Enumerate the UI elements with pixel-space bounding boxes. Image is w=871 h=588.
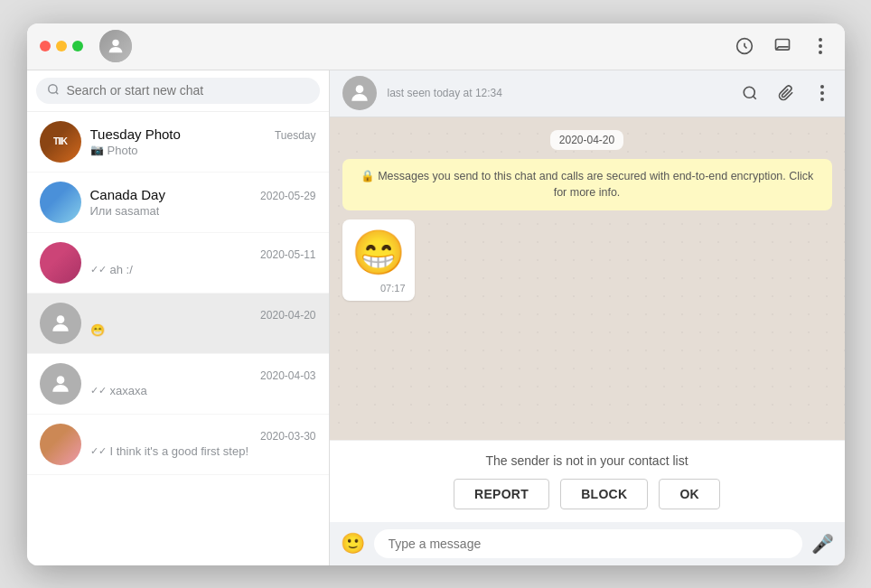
chat-panel: last seen today at 12:34 2020-04-20 — [330, 70, 845, 565]
avatar — [40, 242, 81, 284]
avatar — [40, 182, 81, 223]
chat-info: 2020-04-20 😁 — [90, 309, 316, 337]
chat-name: Canada Day — [90, 187, 165, 202]
avatar-placeholder — [40, 363, 81, 405]
search-input[interactable] — [67, 83, 309, 98]
svg-point-14 — [820, 91, 824, 95]
svg-point-13 — [820, 85, 824, 89]
search-chat-icon[interactable] — [740, 83, 760, 103]
avatar-image — [40, 182, 81, 223]
chat-menu-icon[interactable] — [812, 83, 832, 103]
double-check-icon: ✓✓ — [90, 445, 107, 457]
message-emoji: 😁 — [351, 227, 406, 279]
svg-point-0 — [112, 40, 118, 46]
chat-preview-text: xaxaxa — [110, 384, 147, 397]
close-button[interactable] — [40, 41, 51, 51]
chat-header-avatar — [342, 76, 377, 110]
report-button[interactable]: REPORT — [454, 479, 549, 509]
chat-header-icons — [740, 83, 832, 103]
chat-info: 2020-05-11 ✓✓ ah :/ — [90, 248, 316, 276]
avatar-placeholder — [40, 303, 81, 344]
chat-name: Tuesday Photo — [90, 126, 181, 142]
chat-item[interactable]: 2020-05-11 ✓✓ ah :/ — [27, 233, 329, 294]
chat-body: 2020-04-20 🔒 Messages you send to this c… — [330, 117, 845, 440]
chat-header-status: last seen today at 12:34 — [388, 87, 729, 99]
chat-preview-text: ah :/ — [110, 263, 133, 276]
avatar — [40, 424, 81, 465]
chat-header: last seen today at 12:34 — [330, 70, 845, 117]
svg-line-7 — [55, 91, 58, 94]
chat-info: 2020-04-03 ✓✓ xaxaxa — [90, 369, 316, 397]
svg-point-5 — [819, 51, 822, 54]
search-container[interactable] — [36, 78, 320, 104]
chat-item[interactable]: Canada Day 2020-05-29 Или sasamat — [27, 173, 329, 233]
chat-list: TIIK Tuesday Photo Tuesday 📷 Photo — [27, 112, 329, 565]
avatar — [40, 363, 81, 405]
contact-notice: The sender is not in your contact list R… — [330, 440, 845, 522]
new-chat-icon[interactable] — [773, 36, 792, 56]
main-content: TIIK Tuesday Photo Tuesday 📷 Photo — [27, 70, 845, 565]
chat-time: 2020-03-30 — [260, 430, 315, 443]
chat-time: 2020-05-29 — [260, 190, 315, 202]
double-check-icon: ✓✓ — [90, 264, 107, 275]
chat-header-info: last seen today at 12:34 — [388, 87, 729, 99]
chat-item[interactable]: TIIK Tuesday Photo Tuesday 📷 Photo — [27, 112, 329, 173]
maximize-button[interactable] — [72, 41, 83, 51]
titlebar-icons — [735, 36, 845, 56]
double-check-icon: ✓✓ — [90, 385, 107, 397]
chat-info: Tuesday Photo Tuesday 📷 Photo — [90, 126, 316, 157]
mic-button[interactable]: 🎤 — [811, 533, 834, 555]
avatar-image — [40, 424, 81, 465]
chat-preview-text: 😁 — [90, 323, 105, 337]
message-input[interactable] — [374, 529, 802, 558]
chat-preview-text: Photo — [108, 144, 138, 157]
svg-point-3 — [819, 38, 822, 42]
chat-item[interactable]: 2020-04-03 ✓✓ xaxaxa — [27, 354, 329, 415]
block-button[interactable]: BLOCK — [560, 479, 648, 509]
main-window: TIIK Tuesday Photo Tuesday 📷 Photo — [27, 23, 845, 565]
avatar: TIIK — [40, 121, 81, 163]
avatar-image — [40, 242, 81, 284]
chat-preview-text: I think it's a good first step! — [110, 444, 249, 458]
message-time: 07:17 — [351, 283, 406, 294]
photo-icon: 📷 — [90, 144, 104, 156]
chat-time: 2020-04-03 — [260, 369, 315, 382]
svg-point-9 — [56, 376, 64, 384]
titlebar-avatar[interactable] — [99, 30, 132, 62]
search-bar — [27, 70, 329, 112]
chat-time: 2020-05-11 — [260, 248, 315, 261]
svg-line-12 — [753, 96, 755, 98]
emoji-picker-button[interactable]: 🙂 — [341, 532, 365, 555]
menu-icon[interactable] — [810, 36, 830, 56]
svg-point-10 — [355, 85, 363, 93]
chat-item[interactable]: 2020-03-30 ✓✓ I think it's a good first … — [27, 415, 329, 475]
status-icon[interactable] — [735, 36, 754, 56]
svg-point-15 — [820, 98, 824, 101]
avatar-image: TIIK — [40, 121, 81, 163]
svg-point-4 — [819, 44, 822, 48]
avatar — [40, 303, 81, 344]
minimize-button[interactable] — [56, 41, 67, 51]
sidebar: TIIK Tuesday Photo Tuesday 📷 Photo — [27, 70, 330, 565]
svg-point-6 — [48, 84, 56, 92]
date-badge: 2020-04-20 — [550, 130, 623, 150]
chat-time: Tuesday — [275, 129, 316, 142]
ok-button[interactable]: OK — [659, 479, 720, 509]
message-bubble: 😁 07:17 — [342, 219, 415, 301]
titlebar — [27, 23, 845, 70]
traffic-lights — [27, 41, 96, 51]
chat-item[interactable]: 2020-04-20 😁 — [27, 294, 329, 354]
chat-time: 2020-04-20 — [260, 309, 315, 322]
contact-notice-text: The sender is not in your contact list — [485, 453, 688, 468]
chat-preview-text: Или sasamat — [90, 204, 160, 218]
search-icon — [47, 83, 60, 98]
chat-info: Canada Day 2020-05-29 Или sasamat — [90, 187, 316, 218]
chat-info: 2020-03-30 ✓✓ I think it's a good first … — [90, 430, 316, 458]
svg-point-8 — [56, 315, 64, 323]
attach-icon[interactable] — [776, 83, 796, 103]
chat-input-bar: 🙂 🎤 — [330, 522, 845, 565]
svg-point-11 — [744, 87, 754, 98]
contact-actions: REPORT BLOCK OK — [454, 479, 720, 509]
security-notice[interactable]: 🔒 Messages you send to this chat and cal… — [342, 159, 832, 211]
